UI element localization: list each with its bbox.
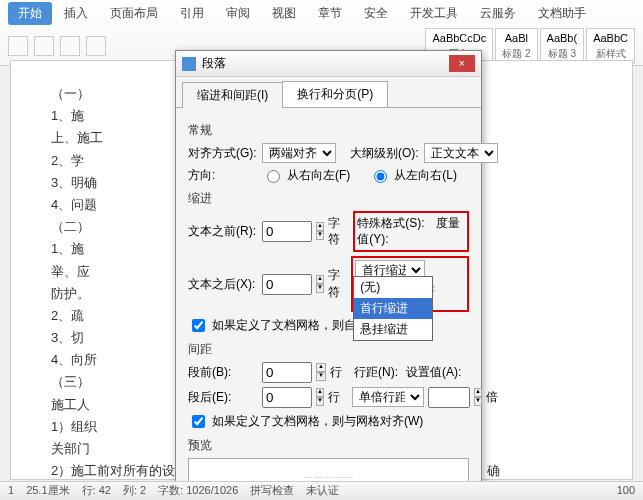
close-button[interactable]: ×	[449, 55, 475, 72]
status-column: 列: 2	[123, 483, 146, 498]
list-button[interactable]	[86, 36, 106, 56]
section-preview: 预览	[188, 437, 469, 454]
ribbon-tab[interactable]: 插入	[54, 2, 98, 25]
text-after-input[interactable]	[262, 274, 312, 295]
dialog-icon	[182, 57, 196, 71]
tab-indent-spacing[interactable]: 缩进和间距(I)	[182, 82, 283, 108]
text-before-input[interactable]	[262, 221, 312, 242]
tab-line-break[interactable]: 换行和分页(P)	[282, 81, 388, 107]
ribbon-tab[interactable]: 云服务	[470, 2, 526, 25]
special-dropdown: (无) 首行缩进 悬挂缩进	[353, 276, 433, 340]
spinner[interactable]: ▲▼	[316, 363, 326, 381]
dialog-title: 段落	[202, 55, 226, 72]
set-value-input[interactable]	[428, 387, 470, 408]
style-item[interactable]: AaBl标题 2	[495, 28, 537, 63]
status-auth[interactable]: 未认证	[306, 483, 339, 498]
spinner[interactable]: ▲▼	[316, 275, 324, 293]
status-line: 行: 42	[82, 483, 111, 498]
ribbon-tab[interactable]: 安全	[354, 2, 398, 25]
spinner[interactable]: ▲▼	[316, 222, 324, 240]
spinner[interactable]: ▲▼	[474, 388, 482, 406]
space-before-input[interactable]	[262, 362, 312, 383]
ribbon-tab[interactable]: 开始	[8, 2, 52, 25]
indent-grid-checkbox[interactable]	[192, 319, 205, 332]
status-bar: 1 25.1厘米 行: 42 列: 2 字数: 1026/1026 拼写检查 未…	[0, 481, 643, 500]
ribbon-tab[interactable]: 引用	[170, 2, 214, 25]
outline-label: 大纲级别(O):	[350, 145, 420, 162]
spinner[interactable]: ▲▼	[316, 388, 324, 406]
text-after-label: 文本之后(X):	[188, 276, 258, 293]
status-words: 字数: 1026/1026	[158, 483, 238, 498]
status-spellcheck[interactable]: 拼写检查	[250, 483, 294, 498]
rtl-radio[interactable]	[267, 170, 280, 183]
line-spacing-select[interactable]: 单倍行距	[352, 387, 424, 407]
font-size-button[interactable]	[60, 36, 80, 56]
dropdown-option-none[interactable]: (无)	[354, 277, 432, 298]
section-spacing: 间距	[188, 341, 469, 358]
status-page: 1	[8, 483, 14, 498]
ribbon-tab[interactable]: 开发工具	[400, 2, 468, 25]
ribbon-tabs: 开始插入页面布局引用审阅视图章节安全开发工具云服务文档助手	[0, 0, 643, 27]
ltr-radio[interactable]	[374, 170, 387, 183]
paragraph-dialog: 段落 × 缩进和间距(I) 换行和分页(P) 常规 对齐方式(G): 两端对齐 …	[175, 50, 482, 500]
direction-label: 方向:	[188, 167, 258, 184]
ribbon-tab[interactable]: 章节	[308, 2, 352, 25]
style-item[interactable]: AaBb(标题 3	[540, 28, 585, 63]
bold-button[interactable]	[8, 36, 28, 56]
ribbon-tab[interactable]: 文档助手	[528, 2, 596, 25]
italic-button[interactable]	[34, 36, 54, 56]
section-general: 常规	[188, 122, 469, 139]
outline-select[interactable]: 正文文本	[424, 143, 498, 163]
style-item[interactable]: AaBbC新样式	[586, 28, 635, 63]
space-after-label: 段后(E):	[188, 389, 258, 406]
ribbon-tab[interactable]: 审阅	[216, 2, 260, 25]
align-select[interactable]: 两端对齐	[262, 143, 336, 163]
line-spacing-label: 行距(N):	[354, 364, 402, 381]
dialog-body: 常规 对齐方式(G): 两端对齐 大纲级别(O): 正文文本 方向: 从右向左(…	[176, 107, 481, 500]
space-before-label: 段前(B):	[188, 364, 258, 381]
dialog-titlebar: 段落 ×	[176, 51, 481, 77]
text-before-label: 文本之前(R):	[188, 223, 258, 240]
status-position: 25.1厘米	[26, 483, 69, 498]
ribbon-tab[interactable]: 视图	[262, 2, 306, 25]
dropdown-option-hang[interactable]: 悬挂缩进	[354, 319, 432, 340]
status-zoom[interactable]: 100	[617, 483, 635, 498]
ribbon-tab[interactable]: 页面布局	[100, 2, 168, 25]
align-label: 对齐方式(G):	[188, 145, 258, 162]
set-value-label: 设置值(A):	[406, 364, 461, 381]
section-indent: 缩进	[188, 190, 469, 207]
space-after-input[interactable]	[262, 387, 312, 408]
dropdown-option-first[interactable]: 首行缩进	[354, 298, 432, 319]
special-label: 特殊格式(S):	[357, 216, 424, 230]
dialog-tabs: 缩进和间距(I) 换行和分页(P)	[176, 77, 481, 107]
spacing-grid-checkbox[interactable]	[192, 415, 205, 428]
